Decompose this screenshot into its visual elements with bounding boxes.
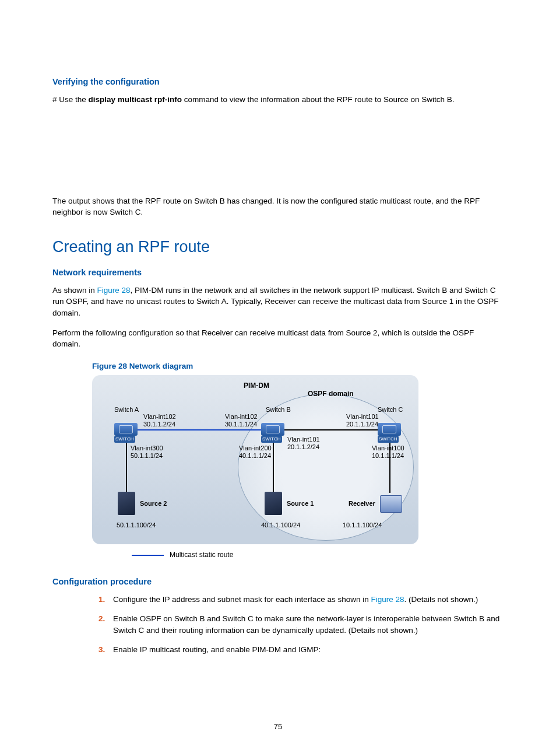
legend-text: Multicast static route (170, 550, 233, 560)
heading-verifying: Verifying the configuration (52, 76, 504, 88)
text: command to view the information about th… (182, 95, 454, 104)
para-output-shows: The output shows that the RPF route on S… (52, 195, 504, 218)
switch-a-icon (114, 423, 138, 436)
label-switch-a: Switch A (114, 405, 139, 415)
link-b-c (282, 429, 378, 430)
sb-ip101: 20.1.1.2/24 (287, 443, 319, 452)
ospf-domain-ellipse (238, 394, 414, 541)
switch-a-tag: SWITCH (114, 436, 135, 443)
switch-c-tag: SWITCH (378, 436, 399, 443)
heading-network-requirements: Network requirements (52, 267, 504, 279)
source1-icon (265, 492, 282, 515)
receiver-ip: 10.1.1.100/24 (343, 521, 382, 530)
source2-icon (118, 492, 135, 515)
step-3: Enable IP multicast routing, and enable … (107, 644, 504, 656)
step-1: Configure the IP address and subnet mask… (107, 594, 504, 606)
page: Verifying the configuration # Use the di… (0, 0, 556, 756)
sb-ip102: 30.1.1.1/24 (225, 420, 257, 429)
receiver-icon (380, 495, 402, 513)
text: As shown in (52, 286, 97, 295)
source2-ip: 50.1.1.100/24 (117, 521, 156, 530)
legend-line-icon (132, 555, 164, 556)
text: Configure the IP address and subnet mask… (113, 595, 371, 604)
label-ospf-domain: OSPF domain (308, 389, 354, 399)
text: # Use the (52, 95, 89, 104)
sa-ip300: 50.1.1.1/24 (131, 452, 163, 461)
sb-ip200: 40.1.1.1/24 (239, 452, 271, 461)
step-2: Enable OSPF on Switch B and Switch C to … (107, 613, 504, 636)
figure-wrap: PIM-DM OSPF domain Switch A SWITCH Vlan-… (92, 375, 504, 560)
label-source1: Source 1 (287, 499, 314, 509)
link-figure-28[interactable]: Figure 28 (97, 286, 131, 295)
heading-creating-rpf-route: Creating an RPF route (52, 236, 504, 258)
spacer (52, 114, 504, 195)
label-switch-b: Switch B (266, 405, 291, 415)
switch-b-icon (261, 423, 284, 436)
link-figure-28-b[interactable]: Figure 28 (371, 595, 404, 604)
switch-b-tag: SWITCH (261, 436, 282, 443)
network-diagram: PIM-DM OSPF domain Switch A SWITCH Vlan-… (92, 375, 418, 544)
label-switch-c: Switch C (378, 405, 403, 415)
label-pim-dm: PIM-DM (244, 381, 269, 391)
source1-ip: 40.1.1.100/24 (261, 521, 300, 530)
figure-caption: Figure 28 Network diagram (92, 360, 504, 372)
sc-ip100: 10.1.1.1/24 (372, 452, 404, 461)
para-use-command: # Use the display multicast rpf-info com… (52, 94, 504, 106)
procedure-list: Configure the IP address and subnet mask… (92, 594, 504, 656)
para-nr-1: As shown in Figure 28, PIM-DM runs in th… (52, 285, 504, 319)
sa-ip102: 30.1.1.2/24 (143, 420, 175, 429)
sc-ip101: 20.1.1.1/24 (346, 420, 378, 429)
text: . (Details not shown.) (404, 595, 478, 604)
page-number: 75 (0, 722, 556, 733)
link-b-source1 (273, 436, 274, 493)
heading-config-procedure: Configuration procedure (52, 576, 504, 588)
label-source2: Source 2 (140, 499, 167, 509)
cmd-text: display multicast rpf-info (89, 95, 182, 104)
link-a-source2 (126, 436, 127, 493)
link-a-b (138, 429, 265, 430)
para-nr-2: Perform the following configuration so t… (52, 327, 504, 350)
label-receiver: Receiver (349, 499, 375, 509)
figure-legend: Multicast static route (132, 550, 504, 560)
switch-c-icon (378, 423, 401, 436)
